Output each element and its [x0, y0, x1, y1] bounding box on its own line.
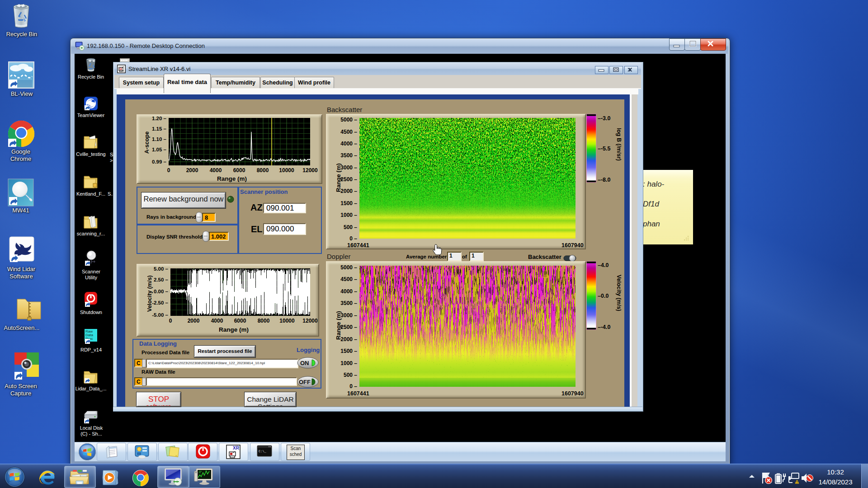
- svg-text:OFF: OFF: [299, 379, 311, 385]
- svg-text:ON: ON: [300, 360, 309, 366]
- svg-text:XR: XR: [233, 446, 240, 450]
- svg-text:C:\_: C:\_: [259, 450, 267, 453]
